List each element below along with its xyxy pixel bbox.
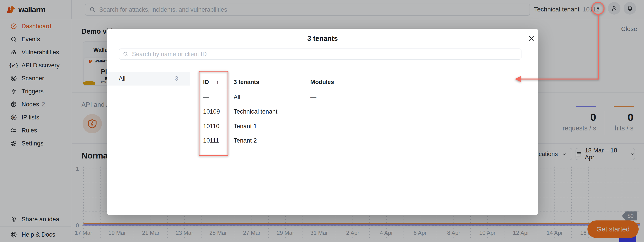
tenant-group-label: All — [119, 75, 175, 82]
tenant-row-10111[interactable]: 10111 Tenant 2 — [190, 134, 538, 148]
sort-ascending-icon[interactable]: ↑ — [216, 78, 219, 86]
tenant-row-10109[interactable]: 10109 Technical tenant — [190, 104, 538, 119]
column-header-tenants[interactable]: 3 tenants — [234, 78, 259, 86]
modal-title: 3 tenants — [107, 34, 538, 43]
tenant-group-all[interactable]: All 3 — [107, 72, 190, 86]
tenant-group-count: 3 — [175, 75, 178, 82]
tenant-row-10110[interactable]: 10110 Tenant 1 — [190, 119, 538, 134]
tenant-group-list: All 3 — [107, 69, 190, 215]
tenant-row-id: — — [203, 94, 209, 101]
tenant-row-name: Technical tenant — [234, 108, 277, 115]
tenant-row-id: 10110 — [203, 123, 220, 130]
tenant-search-input[interactable] — [132, 50, 518, 58]
modal-close-button[interactable] — [526, 33, 536, 44]
tenants-modal: 3 tenants All 3 ID ↑ 3 tenants Modules —… — [107, 29, 538, 215]
tenant-row-id: 10111 — [203, 137, 219, 144]
search-icon — [123, 51, 128, 57]
tenant-row-modules: — — [310, 94, 316, 101]
column-header-id[interactable]: ID — [203, 78, 209, 86]
tenant-row-name: All — [234, 94, 240, 101]
table-header-underline — [202, 89, 528, 89]
tenant-search[interactable] — [119, 48, 522, 60]
tenant-row-all[interactable]: — All — — [190, 90, 538, 104]
tenant-row-id: 10109 — [203, 108, 220, 115]
close-icon — [528, 35, 535, 42]
column-header-modules[interactable]: Modules — [310, 78, 334, 86]
tenant-row-name: Tenant 2 — [234, 137, 257, 144]
tenant-row-name: Tenant 1 — [234, 123, 257, 130]
